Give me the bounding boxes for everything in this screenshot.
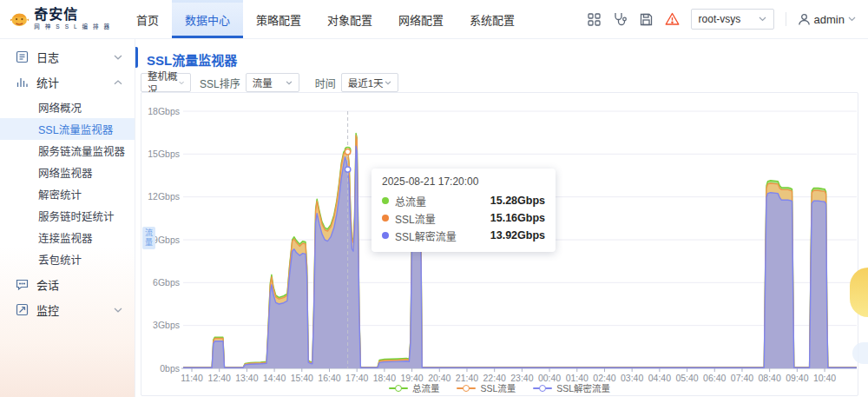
sidebar-group-monitoring[interactable]: 监控 [0,297,135,322]
vsys-select[interactable]: root-vsys [691,9,774,30]
legend-marker-icon [389,384,408,392]
legend-marker-icon [457,384,476,392]
legend-marker-icon [533,384,552,392]
nav-item-data-center[interactable]: 数据中心 [172,0,243,38]
tooltip-row: SSL流量 15.16Gbps [382,209,545,227]
nav-item-object-config[interactable]: 对象配置 [314,0,385,38]
divider [786,12,786,26]
tooltip-dot [382,215,389,222]
sidebar-item-service-chain-traffic[interactable]: 服务链流量监视器 [0,140,135,162]
page-title: SSL流量监视器 [147,50,237,69]
legend-item-ssl-traffic[interactable]: SSL流量 [457,381,516,394]
chevron-down-icon [385,81,391,85]
nav-item-home[interactable]: 首页 [123,0,172,38]
sidebar-group-sessions[interactable]: 会话 [0,272,135,297]
user-icon [798,13,811,26]
chevron-down-icon [114,308,122,313]
tooltip-dot [382,197,389,204]
sidebar-item-packet-loss-stats[interactable]: 丢包统计 [0,248,135,270]
nav-item-policy-config[interactable]: 策略配置 [243,0,314,38]
alarm-icon[interactable] [665,12,680,27]
time-label: 时间 [315,76,336,90]
tooltip-row: 总流量 15.28Gbps [382,192,545,209]
sidebar-group-logs[interactable]: 日志 [0,44,135,69]
legend-item-total-traffic[interactable]: 总流量 [389,381,440,394]
edge-dock-handle-blue[interactable] [852,342,868,364]
sidebar-item-ssl-traffic-monitor[interactable]: SSL流量监视器 [0,118,135,140]
apps-grid-icon[interactable] [587,12,602,27]
y-axis-title: 流量 [142,227,155,249]
stats-icon [16,76,29,89]
chevron-down-icon [179,81,184,85]
chevron-up-icon [114,80,122,85]
svg-text:12Gbps: 12Gbps [148,191,180,202]
svg-text:3Gbps: 3Gbps [153,320,180,330]
sort-select[interactable]: 流量 [246,73,299,92]
user-menu[interactable]: admin [798,13,856,26]
nav-item-system-config[interactable]: 系统配置 [457,0,528,38]
log-icon [16,50,29,63]
svg-text:0bps: 0bps [160,363,180,374]
save-icon[interactable] [639,12,654,27]
monitor-icon [16,303,29,316]
chart-legend: 总流量 SSL流量 SSL解密流量 [141,381,858,394]
sidebar-item-network-monitor[interactable]: 网络监视器 [0,162,135,183]
chevron-down-icon [759,17,766,22]
svg-text:18Gbps: 18Gbps [148,106,180,116]
svg-text:9Gbps: 9Gbps [153,235,180,245]
sidebar-group-statistics[interactable]: 统计 [0,69,135,95]
navbar-right-tools: root-vsys admin [587,0,868,38]
svg-text:15Gbps: 15Gbps [148,149,180,159]
sidebar: 日志 统计 网络概况 SSL流量监视器 服务链流量监视器 网络监视器 解密统计 … [0,39,135,397]
sort-label: SSL排序 [200,76,240,90]
diagnose-icon[interactable] [613,12,628,27]
chevron-down-icon [848,17,856,22]
main-panel: SSL流量监视器 整机概况 SSL排序 流量 时间 最近1天 11:4012:4… [135,39,868,397]
brand-subtitle: 网 神 S S L 编 排 器 [34,24,111,30]
svg-text:6Gbps: 6Gbps [153,277,180,288]
title-accent-bar [135,47,138,68]
top-navbar: 奇安信 网 神 S S L 编 排 器 首页 数据中心 策略配置 对象配置 网络… [0,0,868,39]
main-menu: 首页 数据中心 策略配置 对象配置 网络配置 系统配置 [123,0,528,38]
edge-dock-handle-yellow[interactable] [850,268,868,317]
filter-bar: 整机概况 SSL排序 流量 时间 最近1天 [141,73,398,92]
time-select[interactable]: 最近1天 [341,73,398,92]
tiger-logo-icon [10,8,29,31]
sidebar-item-decrypt-stats[interactable]: 解密统计 [0,183,135,205]
chevron-down-icon [286,81,293,85]
chevron-down-icon [114,55,122,60]
nav-item-network-config[interactable]: 网络配置 [385,0,457,38]
sidebar-item-network-overview[interactable]: 网络概况 [0,96,135,118]
legend-item-ssl-decrypt-traffic[interactable]: SSL解密流量 [533,381,610,394]
sidebar-item-service-chain-latency[interactable]: 服务链时延统计 [0,205,135,227]
sidebar-item-connection-monitor[interactable]: 连接监视器 [0,227,135,248]
brand-title: 奇安信 [34,8,111,22]
statistics-submenu: 网络概况 SSL流量监视器 服务链流量监视器 网络监视器 解密统计 服务链时延统… [0,95,135,272]
scope-select[interactable]: 整机概况 [141,73,191,92]
tooltip-dot [382,232,389,239]
chart-tooltip: 2025-08-21 17:20:00 总流量 15.28Gbps SSL流量 … [372,169,556,252]
session-icon [16,278,29,291]
app-logo: 奇安信 网 神 S S L 编 排 器 [0,0,111,38]
tooltip-timestamp: 2025-08-21 17:20:00 [382,175,545,188]
tooltip-row: SSL解密流量 13.92Gbps [382,227,545,244]
